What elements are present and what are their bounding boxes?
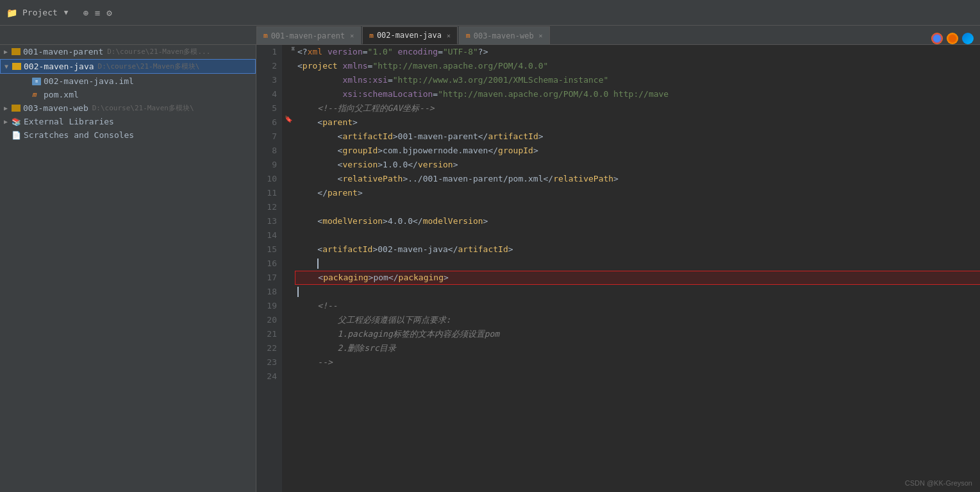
sidebar-item-scratches[interactable]: ▶ 📄 Scratches and Consoles <box>0 128 256 142</box>
folder-icon-title: 📁 <box>6 8 17 18</box>
arrow-002-maven-java <box>4 63 12 70</box>
item-name-001: 001-maven-parent <box>23 47 103 56</box>
code-line-14 <box>297 228 980 242</box>
tab-label-1: 001-maven-parent <box>271 31 345 40</box>
tab-label-3: 003-maven-web <box>474 31 534 40</box>
ln-18: 18 <box>262 285 277 299</box>
code-line-24 <box>297 369 980 384</box>
code-line-8: <groupId>com.bjpowernode.maven</groupId> <box>297 144 980 158</box>
item-path-002: D:\course\21-Maven多模块\ <box>98 62 200 71</box>
tab-bar-wrapper: m 001-maven-parent ✕ m 002-maven-java ✕ … <box>256 26 980 44</box>
project-label: Project <box>22 8 58 17</box>
ln-8: 8 <box>262 144 277 158</box>
item-name-ext-libs: External Libraries <box>24 117 114 126</box>
ln-1: 1 <box>262 45 277 59</box>
item-name-iml: 002-maven-java.iml <box>44 76 134 86</box>
tab-maven-icon-3: m <box>466 31 470 40</box>
title-bar-left: 📁 Project ▼ ⊕ ≡ ⚙ <box>6 8 112 18</box>
code-line-21: 1.packaging标签的文本内容必须设置pom <box>297 327 980 341</box>
item-path-001: D:\course\21-Maven多模... <box>107 47 210 56</box>
code-line-11: </parent> <box>297 186 980 200</box>
ln-7: 7 <box>262 130 277 144</box>
sidebar-item-001-maven-parent[interactable]: 001-maven-parent D:\course\21-Maven多模... <box>0 45 256 58</box>
item-name-003: 003-maven-web <box>23 103 88 113</box>
bookmark-line6: 🔖 <box>282 115 295 123</box>
ln-20: 20 <box>262 313 277 327</box>
tab-003-maven-web[interactable]: m 003-maven-web ✕ <box>459 26 550 44</box>
ln-12: 12 <box>262 200 277 214</box>
arrow-001-maven-parent <box>4 48 12 55</box>
title-icons: ⊕ ≡ ⚙ <box>83 8 112 18</box>
sidebar-item-external-libs[interactable]: 📚 External Libraries <box>0 115 256 128</box>
editor-content: 1 2 3 4 5 6 7 8 9 10 11 12 13 14 15 16 1… <box>256 45 980 492</box>
edge-icon[interactable] <box>962 33 974 44</box>
browser-icons <box>931 33 980 44</box>
sidebar-item-003-maven-web[interactable]: 003-maven-web D:\course\21-Maven多模块\ <box>0 101 256 115</box>
folder-icon-002 <box>12 63 21 70</box>
settings-icon[interactable]: ≡ <box>95 8 100 18</box>
ln-15: 15 <box>262 242 277 257</box>
ln-13: 13 <box>262 214 277 228</box>
code-line-15: <artifactId>002-maven-java</artifactId> <box>297 242 980 257</box>
code-line-7: <artifactId>001-maven-parent</artifactId… <box>297 130 980 144</box>
tab-close-1[interactable]: ✕ <box>350 32 354 39</box>
code-line-10: <relativePath>../001-maven-parent/pom.xm… <box>297 172 980 186</box>
ln-4: 4 <box>262 87 277 101</box>
iml-icon: ≡ <box>32 78 41 85</box>
ln-24: 24 <box>262 369 277 384</box>
project-dropdown[interactable]: ▼ <box>64 8 69 17</box>
arrow-003-maven-web <box>4 105 12 112</box>
add-icon[interactable]: ⊕ <box>83 8 88 18</box>
code-line-19: <!-- <box>297 299 980 313</box>
ln-19: 19 <box>262 299 277 313</box>
sidebar-item-002-maven-java[interactable]: 002-maven-java D:\course\21-Maven多模块\ <box>0 59 256 74</box>
code-line-6: <parent> <box>297 115 980 130</box>
ln-9: 9 <box>262 158 277 172</box>
ln-11: 11 <box>262 186 277 200</box>
code-line-17: <packaging>pom</packaging> <box>295 271 980 285</box>
code-line-5: <!--指向父工程的GAV坐标--> <box>297 101 980 115</box>
sidebar-item-002-iml[interactable]: ▶ ≡ 002-maven-java.iml <box>0 74 256 88</box>
code-line-13: <modelVersion>4.0.0</modelVersion> <box>297 214 980 228</box>
line-numbers: 1 2 3 4 5 6 7 8 9 10 11 12 13 14 15 16 1… <box>256 45 282 492</box>
tab-maven-icon-1: m <box>263 31 268 40</box>
code-line-16 <box>297 257 980 271</box>
code-line-23: --> <box>297 355 980 369</box>
code-line-18 <box>297 285 980 299</box>
ln-16: 16 <box>262 257 277 271</box>
code-line-1: <?xml version="1.0" encoding="UTF-8"?> <box>297 45 980 59</box>
ln-5: 5 <box>262 101 277 115</box>
watermark: CSDN @KK-Greyson <box>905 479 972 487</box>
scratch-icon: 📄 <box>12 131 21 140</box>
sidebar: 001-maven-parent D:\course\21-Maven多模...… <box>0 45 256 492</box>
sidebar-item-pom[interactable]: ▶ m pom.xml <box>0 88 256 101</box>
chrome-icon[interactable] <box>931 33 943 44</box>
code-line-3: xmlns:xsi="http://www.w3.org/2001/XMLSch… <box>297 73 980 87</box>
tab-maven-icon-2: m <box>369 31 374 40</box>
item-path-003: D:\course\21-Maven多模块\ <box>92 103 194 113</box>
tab-bar: m 001-maven-parent ✕ m 002-maven-java ✕ … <box>0 26 980 45</box>
code-lines[interactable]: <?xml version="1.0" encoding="UTF-8"?> <… <box>295 45 980 492</box>
ln-21: 21 <box>262 327 277 341</box>
code-line-9: <version>1.0.0</version> <box>297 158 980 172</box>
tab-close-2[interactable]: ✕ <box>447 32 451 39</box>
title-bar: 📁 Project ▼ ⊕ ≡ ⚙ <box>0 0 980 26</box>
tab-002-maven-java[interactable]: m 002-maven-java ✕ <box>362 26 458 44</box>
folder-icon-003 <box>12 105 21 112</box>
code-line-22: 2.删除src目录 <box>297 341 980 355</box>
item-name-scratches: Scratches and Consoles <box>24 130 134 140</box>
firefox-icon[interactable] <box>947 33 958 44</box>
code-line-4: xsi:schemaLocation="http://maven.apache.… <box>297 87 980 101</box>
ln-14: 14 <box>262 228 277 242</box>
editor[interactable]: 1 2 3 4 5 6 7 8 9 10 11 12 13 14 15 16 1… <box>256 45 980 492</box>
tab-close-3[interactable]: ✕ <box>539 32 543 39</box>
ln-10: 10 <box>262 172 277 186</box>
cursor <box>317 259 319 269</box>
gear-icon[interactable]: ⚙ <box>106 8 112 18</box>
tab-001-maven-parent[interactable]: m 001-maven-parent ✕ <box>256 26 361 44</box>
item-name-pom: pom.xml <box>44 90 79 99</box>
fold-marker-23[interactable]: ▲ <box>292 45 295 51</box>
ln-6: 6 <box>262 115 277 130</box>
maven-icon-pom: m <box>32 90 41 99</box>
code-line-2: <project xmlns="http://maven.apache.org/… <box>297 59 980 73</box>
